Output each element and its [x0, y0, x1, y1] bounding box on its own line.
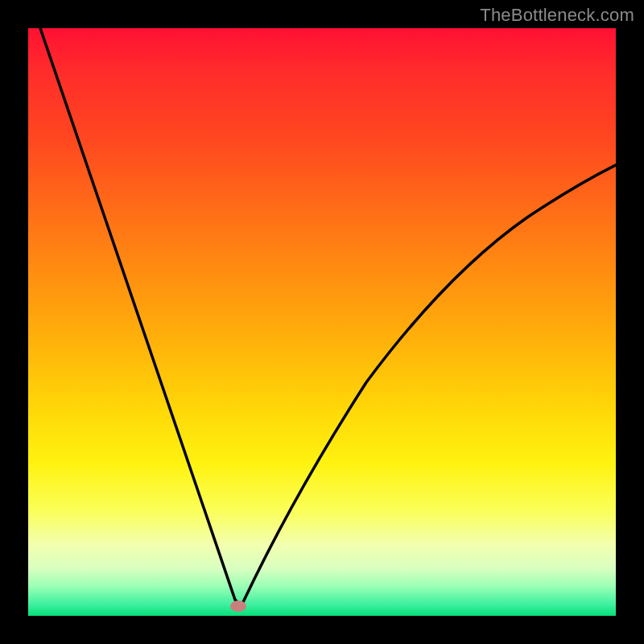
plot-area — [28, 28, 616, 616]
bottleneck-curve — [28, 28, 616, 616]
min-point-marker — [230, 601, 246, 612]
chart-frame: TheBottleneck.com — [0, 0, 644, 644]
watermark-text: TheBottleneck.com — [480, 5, 634, 26]
curve-path — [40, 28, 616, 605]
